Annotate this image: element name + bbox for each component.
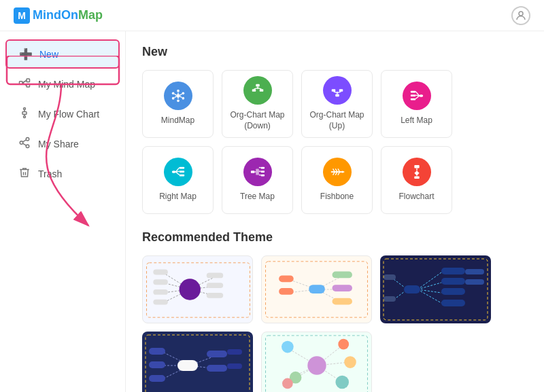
svg-point-22 xyxy=(177,100,180,103)
map-card-leftmap[interactable]: Left Map xyxy=(381,70,452,138)
svg-rect-105 xyxy=(333,298,352,305)
svg-rect-120 xyxy=(465,269,484,274)
trash-nav-icon xyxy=(18,166,31,181)
svg-rect-51 xyxy=(179,167,184,169)
svg-rect-9 xyxy=(22,112,27,115)
sidebar-item-mymindmap[interactable]: My Mind Map xyxy=(5,70,120,99)
sidebar-item-new[interactable]: ➕ New xyxy=(5,39,120,69)
map-card-fishbone[interactable]: Fishbone xyxy=(301,146,373,214)
orgdown-icon xyxy=(243,76,272,105)
fishbone-icon xyxy=(323,158,352,186)
svg-point-13 xyxy=(26,138,29,141)
svg-rect-74 xyxy=(414,165,419,168)
svg-line-17 xyxy=(22,140,26,142)
mindmap-nav-icon xyxy=(18,77,31,92)
theme-card-3[interactable] xyxy=(380,255,491,323)
orgup-label: Org-Chart Map (Up) xyxy=(302,110,372,131)
svg-rect-57 xyxy=(250,171,254,173)
svg-rect-59 xyxy=(260,171,265,173)
svg-rect-129 xyxy=(149,361,165,368)
svg-rect-43 xyxy=(419,94,423,97)
map-card-treemap[interactable]: Tree Map xyxy=(222,146,293,214)
svg-rect-3 xyxy=(20,82,23,85)
svg-point-19 xyxy=(177,90,180,92)
svg-point-15 xyxy=(26,145,29,148)
header: M MindOnMap xyxy=(0,0,544,31)
svg-rect-134 xyxy=(227,349,242,355)
flowchart-label: Flowchart xyxy=(398,192,434,202)
theme-card-2[interactable] xyxy=(261,255,372,323)
theme-3-preview xyxy=(380,255,491,323)
svg-point-20 xyxy=(182,92,184,95)
sidebar-item-myflowchart[interactable]: My Flow Chart xyxy=(5,100,120,128)
svg-line-35 xyxy=(254,88,258,90)
svg-rect-32 xyxy=(252,90,256,92)
svg-rect-58 xyxy=(260,167,265,169)
sidebar-item-trash-label: Trash xyxy=(38,168,62,179)
svg-line-26 xyxy=(180,94,182,95)
sidebar: ➕ New My Mind Map My Flow Chart xyxy=(0,31,126,392)
theme-2-preview xyxy=(262,256,371,323)
logo[interactable]: M MindOnMap xyxy=(14,7,103,24)
svg-rect-87 xyxy=(153,279,168,285)
svg-point-8 xyxy=(24,108,26,110)
svg-line-30 xyxy=(174,94,176,95)
logo-text: MindOnMap xyxy=(33,8,103,22)
mindmap-label: MindMap xyxy=(161,115,194,126)
svg-rect-131 xyxy=(177,360,198,371)
svg-point-14 xyxy=(20,141,23,145)
flowchart-nav-icon xyxy=(18,107,31,122)
svg-line-41 xyxy=(333,92,337,93)
svg-rect-93 xyxy=(207,293,224,298)
svg-marker-73 xyxy=(342,171,345,173)
svg-rect-38 xyxy=(331,90,335,92)
svg-line-108 xyxy=(418,283,441,289)
sidebar-item-mymindmap-label: My Mind Map xyxy=(38,79,95,90)
treemap-icon xyxy=(243,158,272,186)
main-content: New MindMap Org-Chart Map(Down) xyxy=(126,31,544,392)
svg-rect-91 xyxy=(207,273,224,279)
map-card-orgdown[interactable]: Org-Chart Map(Down) xyxy=(222,70,293,138)
map-card-rightmap[interactable]: Right Map xyxy=(142,146,214,214)
orgup-icon xyxy=(323,76,352,105)
theme-card-1[interactable] xyxy=(142,255,253,323)
recommended-section-title: Recommended Theme xyxy=(142,230,528,245)
svg-rect-117 xyxy=(441,278,465,285)
svg-rect-92 xyxy=(207,283,224,288)
sidebar-item-myshare[interactable]: My Share xyxy=(5,130,120,158)
svg-point-146 xyxy=(338,339,349,350)
svg-rect-122 xyxy=(384,259,488,320)
rightmap-icon xyxy=(164,158,192,186)
share-nav-icon xyxy=(18,137,31,152)
svg-rect-135 xyxy=(227,363,242,369)
sidebar-item-trash[interactable]: Trash xyxy=(5,160,120,188)
svg-line-7 xyxy=(22,83,27,86)
page-layout: ➕ New My Mind Map My Flow Chart xyxy=(0,31,544,392)
theme-card-5[interactable] xyxy=(261,332,372,392)
user-avatar[interactable] xyxy=(511,6,530,25)
flowchart-icon xyxy=(403,158,431,186)
leftmap-icon xyxy=(403,82,431,110)
map-card-flowchart[interactable]: Flowchart xyxy=(381,146,452,214)
svg-point-10 xyxy=(24,116,26,118)
svg-line-29 xyxy=(174,96,176,98)
svg-point-147 xyxy=(344,356,356,368)
svg-rect-114 xyxy=(384,296,396,302)
svg-rect-115 xyxy=(404,285,420,293)
theme-card-4[interactable] xyxy=(142,332,253,392)
map-card-orgup[interactable]: Org-Chart Map (Up) xyxy=(301,70,373,138)
svg-rect-50 xyxy=(171,171,175,173)
new-section-title: New xyxy=(142,45,528,59)
svg-rect-119 xyxy=(441,300,465,306)
svg-rect-121 xyxy=(465,279,484,285)
svg-point-23 xyxy=(171,92,174,95)
svg-rect-133 xyxy=(207,365,227,372)
map-card-mindmap[interactable]: MindMap xyxy=(142,70,214,138)
svg-rect-52 xyxy=(179,171,184,173)
svg-rect-5 xyxy=(27,84,30,88)
svg-line-107 xyxy=(418,272,441,289)
svg-line-16 xyxy=(22,143,26,145)
theme-1-preview xyxy=(143,256,252,323)
leftmap-label: Left Map xyxy=(401,115,432,126)
plus-icon: ➕ xyxy=(19,48,33,60)
